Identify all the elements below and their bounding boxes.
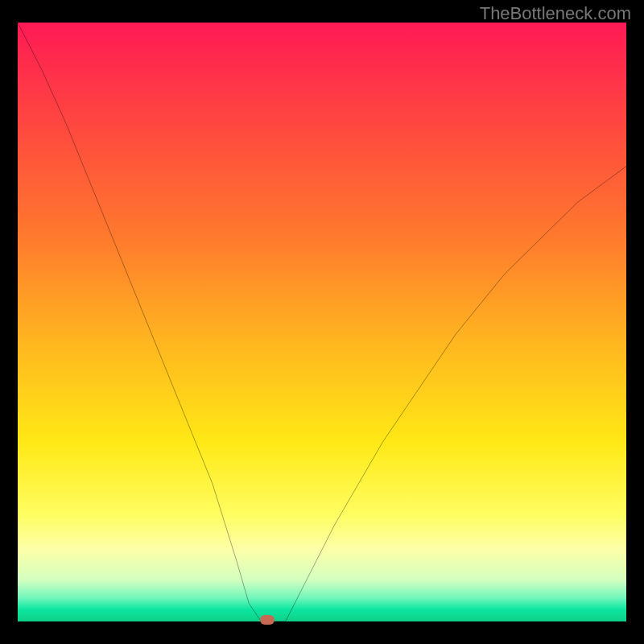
plot-area xyxy=(18,23,626,621)
watermark-text: TheBottleneck.com xyxy=(480,3,631,24)
bottleneck-curve xyxy=(18,23,626,621)
curve-svg xyxy=(18,23,626,621)
chart-container: TheBottleneck.com xyxy=(0,0,644,644)
minimum-marker xyxy=(260,615,275,625)
